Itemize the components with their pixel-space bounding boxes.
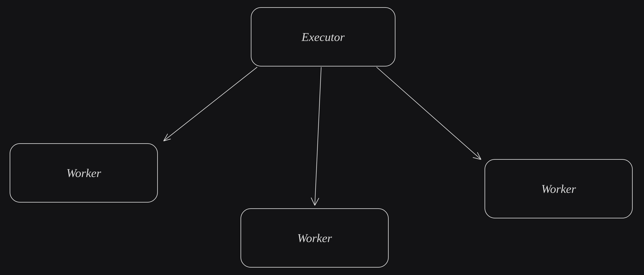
worker-label-middle: Worker (297, 231, 332, 245)
worker-node-middle: Worker (240, 208, 389, 268)
arrow-to-right-worker (376, 67, 481, 160)
executor-label: Executor (302, 30, 345, 44)
executor-node: Executor (251, 7, 396, 66)
worker-node-right: Worker (484, 159, 633, 218)
arrow-to-left-worker (164, 67, 257, 141)
worker-label-right: Worker (541, 182, 576, 196)
worker-node-left: Worker (10, 143, 158, 202)
svg-line-1 (315, 67, 321, 206)
svg-line-0 (164, 67, 257, 141)
worker-label-left: Worker (66, 166, 101, 180)
svg-line-2 (376, 67, 481, 160)
arrow-to-middle-worker (311, 67, 321, 206)
